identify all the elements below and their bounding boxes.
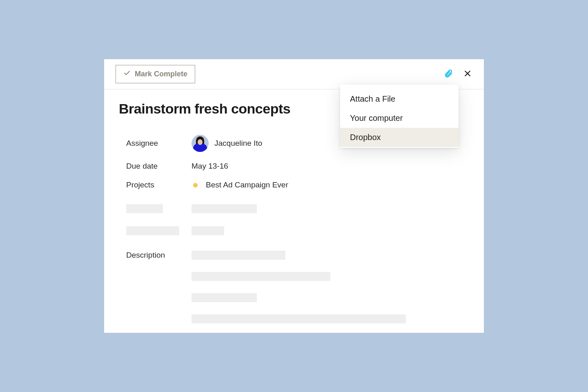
mark-complete-button[interactable]: Mark Complete <box>116 65 195 83</box>
placeholder-value <box>192 204 257 213</box>
projects-label: Projects <box>126 180 192 189</box>
placeholder-line <box>192 251 285 260</box>
placeholder-label <box>126 226 179 235</box>
attach-menu-title: Attach a File <box>340 90 459 109</box>
projects-value[interactable]: Best Ad Campaign Ever <box>192 180 288 189</box>
placeholder-value <box>192 226 224 235</box>
assignee-label: Assignee <box>126 139 192 148</box>
assignee-name: Jacqueline Ito <box>214 139 262 148</box>
close-button[interactable] <box>463 69 472 80</box>
placeholder-row-1 <box>119 199 469 218</box>
placeholder-line <box>192 293 257 302</box>
attach-button[interactable] <box>443 68 454 80</box>
attach-file-menu: Attach a File Your computer Dropbox <box>340 85 459 148</box>
avatar <box>192 135 209 152</box>
task-detail-card: Mark Complete Attach a Fil <box>104 59 484 333</box>
due-date-value[interactable]: May 13-16 <box>192 162 228 171</box>
attach-menu-item-dropbox[interactable]: Dropbox <box>340 128 459 147</box>
due-date-row: Due date May 13-16 <box>119 157 469 176</box>
mark-complete-label: Mark Complete <box>135 70 187 78</box>
check-icon <box>123 69 131 79</box>
placeholder-label <box>126 204 163 213</box>
description-row: Description <box>119 246 469 328</box>
description-label: Description <box>126 251 192 260</box>
project-name: Best Ad Campaign Ever <box>206 180 288 189</box>
projects-row: Projects Best Ad Campaign Ever <box>119 176 469 194</box>
placeholder-row-2 <box>119 221 469 240</box>
assignee-value[interactable]: Jacqueline Ito <box>192 135 262 152</box>
attach-menu-item-your-computer[interactable]: Your computer <box>340 109 459 128</box>
placeholder-line <box>192 272 330 281</box>
paperclip-icon <box>444 69 453 79</box>
header-actions <box>443 68 472 80</box>
placeholder-line <box>192 314 406 323</box>
due-date-label: Due date <box>126 162 192 171</box>
project-color-dot <box>193 183 198 187</box>
close-icon <box>463 69 472 79</box>
description-value[interactable] <box>192 251 462 323</box>
